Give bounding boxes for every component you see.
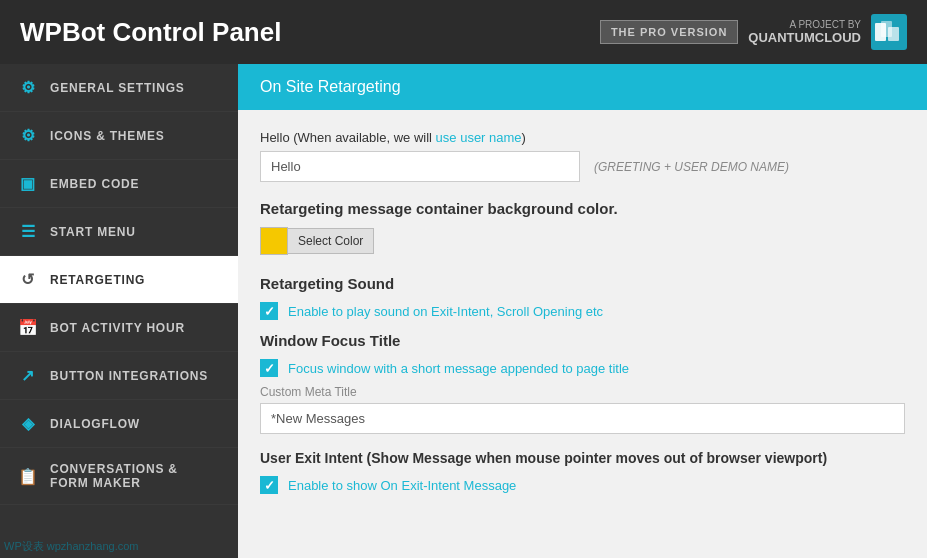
sound-title: Retargeting Sound [260,275,905,292]
quantumcloud-logo: A PROJECT BY QUANTUMCLOUD [748,19,861,45]
pro-badge: THE PRO VERSION [600,20,738,44]
color-row: Select Color [260,227,905,255]
exit-intent-checkmark: ✓ [264,479,275,492]
window-focus-checkbox-row: ✓ Focus window with a short message appe… [260,359,905,377]
meta-title-input[interactable] [260,403,905,434]
sidebar-item-retargeting[interactable]: ↺ Retargeting [0,256,238,304]
sound-checkbox-label: Enable to play sound on Exit-Intent, Scr… [288,304,603,319]
dialogflow-icon: ◈ [18,414,38,433]
sidebar: ⚙ General Settings ⚙ Icons & Themes ▣ Em… [0,64,238,558]
main-layout: ⚙ General Settings ⚙ Icons & Themes ▣ Em… [0,64,927,558]
quantumcloud-icon [871,14,907,50]
settings-icon: ⚙ [18,78,38,97]
sidebar-label-start-menu: Start Menu [50,225,136,239]
sidebar-item-conversations-form[interactable]: 📋 Conversations & Form Maker [0,448,238,505]
greeting-input[interactable] [260,151,580,182]
greeting-row: (GREETING + USER DEMO NAME) [260,151,905,182]
sidebar-label-retargeting: Retargeting [50,273,145,287]
conversations-icon: 📋 [18,467,38,486]
sidebar-item-dialogflow[interactable]: ◈ Dialogflow [0,400,238,448]
svg-rect-2 [881,21,892,37]
sidebar-label-embed-code: Embed Code [50,177,139,191]
icons-themes-icon: ⚙ [18,126,38,145]
sound-checkbox-row: ✓ Enable to play sound on Exit-Intent, S… [260,302,905,320]
start-menu-icon: ☰ [18,222,38,241]
window-focus-title: Window Focus Title [260,332,905,349]
sidebar-item-bot-activity-hour[interactable]: 📅 Bot Activity Hour [0,304,238,352]
header-right: THE PRO VERSION A PROJECT BY QUANTUMCLOU… [600,14,907,50]
color-swatch [260,227,288,255]
sidebar-label-button-integrations: Button Integrations [50,369,208,383]
sound-checkmark: ✓ [264,305,275,318]
content-header: On Site Retargeting [238,64,927,110]
greeting-demo-label: (GREETING + USER DEMO NAME) [594,160,789,174]
window-focus-checkmark: ✓ [264,362,275,375]
greeting-label: Hello (When available, we will use user … [260,130,905,145]
sidebar-item-icons-themes[interactable]: ⚙ Icons & Themes [0,112,238,160]
exit-intent-label: Enable to show On Exit-Intent Message [288,478,516,493]
exit-intent-checkbox-row: ✓ Enable to show On Exit-Intent Message [260,476,905,494]
window-focus-checkbox[interactable]: ✓ [260,359,278,377]
retargeting-icon: ↺ [18,270,38,289]
exit-intent-title: User Exit Intent (Show Message when mous… [260,450,905,466]
sidebar-item-start-menu[interactable]: ☰ Start Menu [0,208,238,256]
sidebar-item-button-integrations[interactable]: ↗ Button Integrations [0,352,238,400]
sidebar-label-dialogflow: Dialogflow [50,417,140,431]
exit-intent-checkbox[interactable]: ✓ [260,476,278,494]
sidebar-item-embed-code[interactable]: ▣ Embed Code [0,160,238,208]
select-color-button[interactable]: Select Color [288,228,374,254]
sidebar-label-icons-themes: Icons & Themes [50,129,165,143]
page-title: On Site Retargeting [260,78,401,95]
content-area: On Site Retargeting Hello (When availabl… [238,64,927,558]
app-title: WPBot Control Panel [20,17,281,48]
sidebar-label-bot-activity-hour: Bot Activity Hour [50,321,185,335]
watermark: WP设表 wpzhanzhang.com [4,539,139,554]
bg-color-title: Retargeting message container background… [260,200,905,217]
use-user-name-link[interactable]: use user name [436,130,522,145]
button-integrations-icon: ↗ [18,366,38,385]
sidebar-item-general-settings[interactable]: ⚙ General Settings [0,64,238,112]
sidebar-label-general-settings: General Settings [50,81,185,95]
meta-title-label: Custom Meta Title [260,385,905,399]
content-body: Hello (When available, we will use user … [238,110,927,522]
quantumcloud-label: A PROJECT BY [789,19,861,30]
quantumcloud-brand: QUANTUMCLOUD [748,30,861,45]
window-focus-label: Focus window with a short message append… [288,361,629,376]
sidebar-label-conversations: Conversations & Form Maker [50,462,220,490]
bot-activity-icon: 📅 [18,318,38,337]
embed-code-icon: ▣ [18,174,38,193]
sound-checkbox[interactable]: ✓ [260,302,278,320]
app-header: WPBot Control Panel THE PRO VERSION A PR… [0,0,927,64]
